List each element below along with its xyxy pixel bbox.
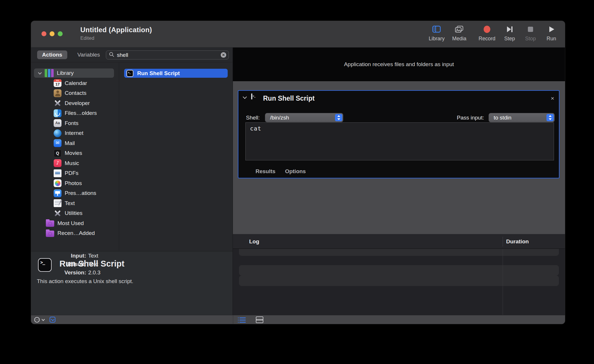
library-books-icon — [45, 69, 54, 77]
sidebar-category-item[interactable]: Internet — [31, 128, 119, 138]
library-toolbar-button[interactable]: Library — [429, 23, 445, 42]
media-toolbar-button[interactable]: Media — [452, 23, 466, 42]
run-shell-script-action-block[interactable]: Run Shell Script × Shell: /bin/zsh Pass … — [238, 90, 559, 178]
category-icon — [54, 169, 61, 177]
sidebar-category-item[interactable]: Movies — [31, 148, 119, 158]
category-icon — [54, 109, 61, 117]
window-edited-status: Edited — [80, 35, 152, 41]
workflow-input-banner: Application receives files and folders a… — [233, 48, 565, 81]
sidebar-category-item[interactable]: Text — [31, 198, 119, 209]
record-toolbar-button[interactable]: Record — [479, 23, 495, 42]
tab-actions[interactable]: Actions — [37, 50, 67, 59]
category-icon — [54, 139, 61, 147]
chevron-down-icon[interactable] — [243, 95, 247, 99]
log-column-divider — [503, 237, 503, 247]
zoom-window-button[interactable] — [58, 31, 63, 36]
category-icon — [54, 129, 61, 137]
stop-icon — [527, 23, 534, 35]
description-field: Input: Text — [31, 251, 233, 260]
description-text: This action executes a Unix shell script… — [37, 278, 133, 285]
popup-stepper-icon — [335, 114, 342, 121]
toolbar: Library Media Record Step — [429, 23, 558, 46]
terminal-icon — [126, 70, 133, 77]
close-icon[interactable]: × — [551, 95, 554, 102]
media-icon — [454, 23, 464, 35]
log-duration-divider — [503, 249, 503, 315]
log-list-view-icon[interactable] — [238, 317, 246, 324]
sidebar-category-item[interactable]: Utilities — [31, 208, 119, 218]
search-field[interactable]: ✕ — [106, 50, 229, 59]
workflow-input-text: Application receives files and folders a… — [344, 61, 454, 68]
record-icon — [483, 23, 491, 35]
smart-folder-icon — [46, 231, 54, 237]
tab-results[interactable]: Results — [256, 168, 276, 175]
tab-options[interactable]: Options — [285, 168, 306, 175]
result-run-shell-script[interactable]: Run Shell Script — [124, 69, 228, 78]
window-title-block: Untitled (Application) Edited — [80, 26, 152, 41]
sidebar-category-item[interactable]: Contacts — [31, 88, 119, 98]
traffic-lights — [41, 31, 63, 36]
category-icon — [54, 159, 61, 167]
duration-column-header[interactable]: Duration — [506, 234, 529, 249]
bottom-bar — [31, 315, 565, 324]
sidebar-smart-folder-item[interactable]: Most Used — [31, 218, 119, 229]
workflow-editor: Application receives files and folders a… — [233, 48, 565, 315]
sidebar-category-item[interactable]: Calendar — [31, 78, 119, 88]
sidebar-category-item[interactable]: Fonts — [31, 118, 119, 128]
bottom-bar-divider — [233, 315, 233, 324]
main-content: Actions Variables ✕ Library — [31, 48, 565, 315]
sidebar-smart-folder-item[interactable]: Recen…Added — [31, 228, 119, 238]
log-panel: Log Duration — [233, 234, 565, 315]
pass-input-select[interactable]: to stdin — [489, 113, 555, 122]
terminal-icon-large — [38, 258, 52, 272]
description-field: Version: 2.0.3 — [31, 268, 233, 277]
action-block-tabs: Results Options — [256, 168, 306, 175]
action-block-title: Run Shell Script — [263, 95, 315, 102]
log-row[interactable] — [239, 265, 559, 276]
pass-input-label: Pass input: — [441, 113, 484, 122]
category-icon — [54, 209, 61, 217]
more-options-icon[interactable] — [34, 317, 40, 323]
sidebar-category-item[interactable]: Photos — [31, 178, 119, 189]
run-icon — [548, 23, 555, 35]
log-row[interactable] — [239, 276, 559, 286]
shell-select[interactable]: /bin/zsh — [265, 113, 343, 122]
script-editor[interactable]: cat — [245, 122, 554, 160]
sidebar-tabs-row: Actions Variables ✕ — [31, 48, 233, 62]
sidebar-category-item[interactable]: Music — [31, 158, 119, 169]
log-column-header[interactable]: Log — [249, 234, 259, 249]
log-panel-view-icon[interactable] — [256, 316, 263, 323]
stop-toolbar-button[interactable]: Stop — [524, 23, 537, 42]
sidebar-category-item[interactable]: Files…olders — [31, 108, 119, 118]
search-icon — [109, 52, 114, 58]
collapse-toggle-icon[interactable] — [50, 317, 55, 323]
sidebar-category-item[interactable]: Mail — [31, 138, 119, 149]
step-toolbar-button[interactable]: Step — [503, 23, 516, 42]
title-bar: Untitled (Application) Edited Library Me… — [31, 21, 565, 48]
sidebar-category-item[interactable]: PDFs — [31, 168, 119, 178]
library-panel-icon — [432, 23, 441, 35]
category-icon — [54, 149, 61, 157]
automator-window: Untitled (Application) Edited Library Me… — [31, 21, 565, 324]
close-window-button[interactable] — [41, 31, 46, 36]
terminal-icon — [251, 93, 252, 99]
run-toolbar-button[interactable]: Run — [545, 23, 558, 42]
search-input[interactable] — [117, 52, 221, 58]
chevron-down-icon[interactable] — [41, 318, 45, 321]
window-title: Untitled (Application) — [80, 26, 152, 34]
category-icon — [54, 89, 61, 97]
smart-folder-icon — [46, 220, 54, 227]
clear-search-icon[interactable]: ✕ — [221, 52, 226, 58]
script-text: cat — [250, 125, 261, 132]
shell-label: Shell: — [246, 113, 260, 122]
log-header: Log Duration — [233, 234, 565, 249]
tab-variables[interactable]: Variables — [77, 52, 100, 58]
popup-stepper-icon — [546, 114, 554, 121]
sidebar-category-item[interactable]: Developer — [31, 98, 119, 108]
step-icon — [505, 23, 514, 35]
category-icon — [54, 79, 61, 87]
category-icon — [54, 199, 61, 207]
sidebar-item-library[interactable]: Library — [31, 68, 119, 78]
sidebar-category-item[interactable]: Pres…ations — [31, 188, 119, 198]
minimize-window-button[interactable] — [50, 31, 55, 36]
